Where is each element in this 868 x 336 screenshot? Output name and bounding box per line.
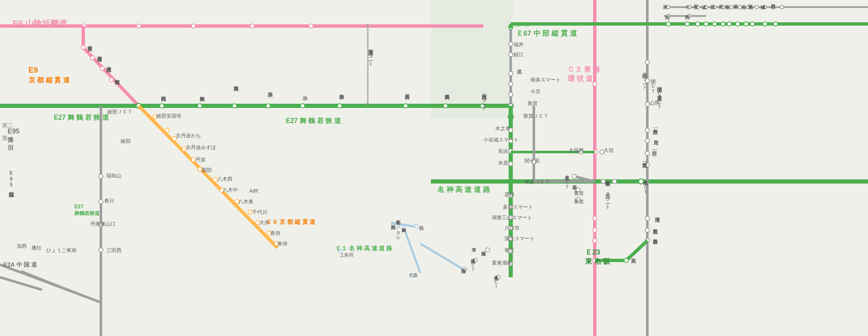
svg-point-4: [82, 24, 86, 28]
svg-point-153: [667, 14, 670, 18]
svg-line-116: [574, 176, 595, 181]
svg-point-19: [232, 104, 237, 108]
label-maibarajct: 米原ＪＣＴ: [525, 178, 550, 186]
label-anpachi: 安八スマート: [604, 189, 611, 207]
label-yaginishi: 八木西: [217, 176, 232, 183]
svg-point-62: [509, 162, 513, 166]
svg-point-11: [81, 45, 85, 50]
label-tsuruga: 敦賀: [528, 100, 538, 107]
svg-point-149: [763, 5, 767, 9]
label-tanba: 丹波: [195, 156, 206, 163]
label-hyogotonan: ひょうご東南: [46, 247, 77, 254]
label-e27-mid: E27 舞 鶴 若 狭 道: [286, 117, 341, 126]
label-tannanshizayamaguchi: 丹南篠山口: [90, 220, 116, 228]
svg-point-148: [755, 5, 758, 9]
label-yoroext: 養老: [574, 198, 584, 205]
svg-point-103: [685, 22, 689, 26]
map-container: E9 山陰近畿道 E9 京 都 縦 貫 道 E27 舞 鶴 若 狭 道 E27 …: [0, 0, 868, 336]
svg-point-102: [666, 22, 670, 26]
svg-point-110: [744, 22, 748, 26]
label-setahigashijct: 瀬田東ＪＣＴ: [470, 255, 476, 269]
label-e2a: E2A 中 国 道: [3, 261, 37, 269]
label-e23-toumei: Ｅ23 東 名 阪: [585, 248, 610, 266]
svg-point-51: [509, 42, 513, 46]
svg-point-154: [688, 14, 691, 18]
label-gifujct: 岐阜ＪＣＴ: [642, 176, 649, 192]
svg-point-43: [99, 200, 103, 204]
label-daini: 第二: [2, 122, 13, 129]
svg-point-100: [645, 239, 649, 243]
label-maibara: 米原: [498, 160, 508, 167]
label-fukuchiyama: 福知山: [106, 172, 121, 179]
svg-point-104: [696, 22, 700, 26]
svg-point-132: [485, 248, 490, 252]
label-chiyogawa: 千代川: [252, 209, 267, 216]
label-e9-kyoto: E9 京 都 縦 貫 道: [29, 65, 70, 85]
label-e67: Ｅ67 中 部 縦 貫 道: [516, 29, 577, 38]
svg-point-33: [198, 167, 202, 171]
svg-point-21: [301, 104, 305, 108]
label-yoro: 養老: [574, 190, 584, 197]
label-ogaki: 大垣: [604, 147, 614, 154]
svg-point-78: [593, 216, 597, 220]
svg-point-12: [90, 56, 95, 60]
label-yagichu: 八木中: [223, 186, 238, 194]
label-kyotambawachi: 京丹波わち: [176, 132, 201, 139]
svg-line-47: [0, 277, 42, 290]
label-e27-side: E27 舞鶴若狭道: [74, 204, 100, 217]
label-yamaken: 山県: [649, 100, 660, 107]
svg-point-146: [738, 5, 741, 9]
svg-point-91: [645, 60, 649, 64]
svg-point-55: [509, 92, 513, 97]
svg-point-112: [763, 22, 767, 26]
svg-point-111: [750, 22, 755, 26]
label-banshu: 播社: [32, 244, 42, 252]
label-yoro-jct: 養老ＪＣＴ: [563, 171, 570, 186]
svg-point-17: [160, 104, 164, 108]
svg-point-26: [508, 103, 513, 108]
label-air: AiR: [249, 188, 258, 194]
svg-rect-1: [431, 0, 513, 118]
svg-point-137: [624, 258, 628, 262]
svg-point-53: [509, 71, 513, 76]
svg-point-107: [721, 22, 725, 26]
svg-point-5: [137, 24, 141, 28]
svg-point-76: [593, 150, 597, 154]
svg-point-144: [721, 5, 725, 9]
svg-point-127: [414, 224, 418, 228]
label-fukui: 福井: [514, 41, 524, 48]
svg-point-105: [704, 22, 708, 26]
svg-point-63: [508, 179, 513, 184]
svg-point-145: [730, 5, 733, 9]
roads-svg: [0, 0, 868, 336]
label-yokkaichi-vertical: 岐阜三輪スマート: [641, 69, 648, 87]
svg-point-13: [100, 66, 104, 71]
label-sekigahara: 関ケ原: [525, 158, 540, 165]
svg-point-61: [509, 149, 513, 153]
label-kamitoba: 上鳥羽: [340, 252, 354, 258]
svg-point-79: [593, 228, 597, 232]
svg-point-24: [443, 104, 448, 108]
label-inabuki: 稲葺山トンネル: [395, 216, 401, 238]
label-e95-road: E95舞播但連絡高速道路: [8, 170, 14, 188]
label-imadate: 今庄: [530, 88, 541, 95]
svg-point-99: [645, 228, 649, 232]
svg-point-23: [404, 104, 408, 108]
svg-point-14: [109, 78, 113, 82]
label-kutsukake: 沓掛: [270, 230, 280, 237]
label-sonobe: 園部: [202, 167, 212, 174]
svg-point-50: [509, 25, 513, 29]
label-ayabejct: 綾部ＪＣＴ: [107, 108, 132, 116]
label-ogakinishi: 大垣西: [569, 147, 584, 154]
svg-point-8: [309, 24, 313, 28]
label-e1-meishin: Ｅ１ 名 神 高 速 道 路: [335, 245, 392, 252]
label-kuritokonan: 栗東湖南: [492, 260, 512, 267]
svg-line-27: [139, 106, 277, 248]
svg-point-125: [391, 224, 395, 227]
svg-point-80: [593, 239, 597, 243]
svg-point-16: [136, 103, 141, 108]
label-nagahama: 長浜: [498, 148, 508, 155]
label-nanjosm: 南条スマート: [530, 76, 561, 84]
svg-point-6: [191, 24, 195, 28]
svg-point-18: [198, 104, 202, 108]
